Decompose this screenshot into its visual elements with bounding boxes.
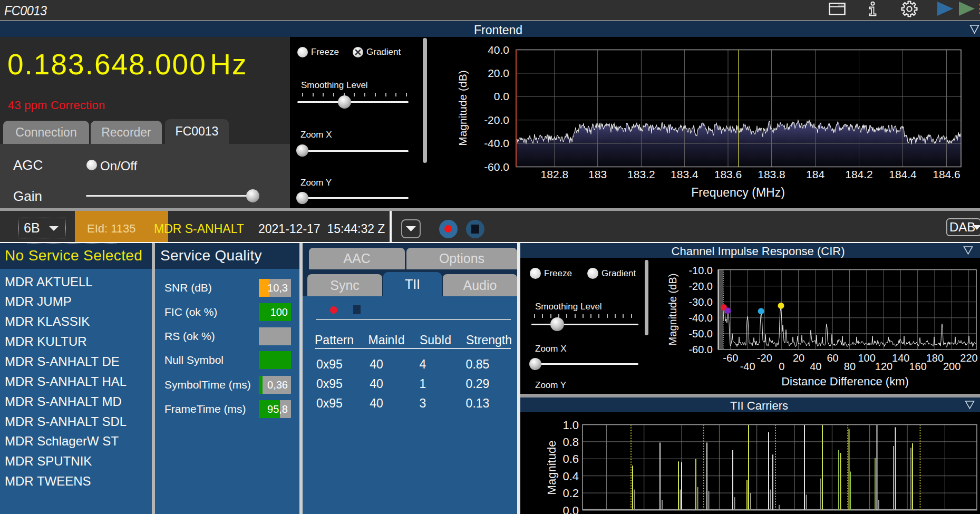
svg-text:183: 183 bbox=[588, 168, 607, 180]
svg-text:Magnitude (dB): Magnitude (dB) bbox=[667, 274, 678, 346]
svg-text:220: 220 bbox=[960, 352, 977, 364]
svg-text:184.4: 184.4 bbox=[889, 168, 917, 180]
svg-text:0: 0 bbox=[779, 361, 784, 372]
svg-text:-50.0: -50.0 bbox=[688, 328, 713, 340]
svg-text:-20.0: -20.0 bbox=[688, 280, 713, 292]
svg-text:183.6: 183.6 bbox=[714, 168, 742, 180]
svg-text:-60.0: -60.0 bbox=[484, 161, 509, 173]
svg-text:-40: -40 bbox=[740, 361, 755, 372]
svg-text:20: 20 bbox=[793, 352, 804, 364]
svg-text:-20: -20 bbox=[757, 352, 772, 364]
svg-text:-10.0: -10.0 bbox=[688, 265, 713, 276]
svg-text:0.8: 0.8 bbox=[562, 435, 579, 449]
svg-text:180: 180 bbox=[926, 352, 944, 364]
svg-text:182.8: 182.8 bbox=[541, 168, 569, 180]
svg-text:Frequency (MHz): Frequency (MHz) bbox=[691, 186, 785, 199]
svg-text:0.0: 0.0 bbox=[494, 90, 509, 102]
svg-text:0.0: 0.0 bbox=[562, 504, 579, 514]
svg-text:184: 184 bbox=[806, 168, 824, 180]
svg-text:Magnitude: Magnitude bbox=[545, 441, 558, 495]
svg-text:160: 160 bbox=[909, 361, 926, 372]
svg-text:120: 120 bbox=[875, 361, 892, 372]
svg-text:184.6: 184.6 bbox=[933, 168, 960, 180]
svg-text:0.2: 0.2 bbox=[562, 487, 579, 500]
svg-text:Magnitude (dB): Magnitude (dB) bbox=[457, 70, 469, 146]
svg-text:200: 200 bbox=[943, 361, 960, 372]
svg-text:140: 140 bbox=[892, 352, 909, 364]
svg-text:60: 60 bbox=[827, 352, 838, 364]
svg-text:1.0: 1.0 bbox=[562, 419, 579, 432]
svg-text:0.4: 0.4 bbox=[562, 470, 579, 483]
svg-text:-60.0: -60.0 bbox=[688, 344, 713, 355]
svg-text:-20.0: -20.0 bbox=[484, 114, 509, 126]
svg-text:-60: -60 bbox=[723, 352, 738, 364]
svg-text:-40.0: -40.0 bbox=[688, 312, 713, 324]
svg-text:183.4: 183.4 bbox=[671, 168, 698, 180]
svg-text:183.8: 183.8 bbox=[758, 168, 785, 180]
svg-text:-40.0: -40.0 bbox=[484, 137, 509, 149]
svg-text:-30.0: -30.0 bbox=[688, 296, 713, 308]
svg-text:183.2: 183.2 bbox=[627, 168, 655, 180]
svg-text:100: 100 bbox=[858, 352, 876, 364]
svg-text:80: 80 bbox=[844, 361, 856, 372]
svg-text:40.0: 40.0 bbox=[488, 44, 509, 56]
svg-text:Distance Difference (km): Distance Difference (km) bbox=[781, 375, 909, 388]
svg-text:20.0: 20.0 bbox=[488, 67, 509, 79]
svg-text:0.6: 0.6 bbox=[562, 452, 579, 465]
svg-text:40: 40 bbox=[810, 361, 821, 372]
svg-text:184.2: 184.2 bbox=[845, 168, 873, 180]
